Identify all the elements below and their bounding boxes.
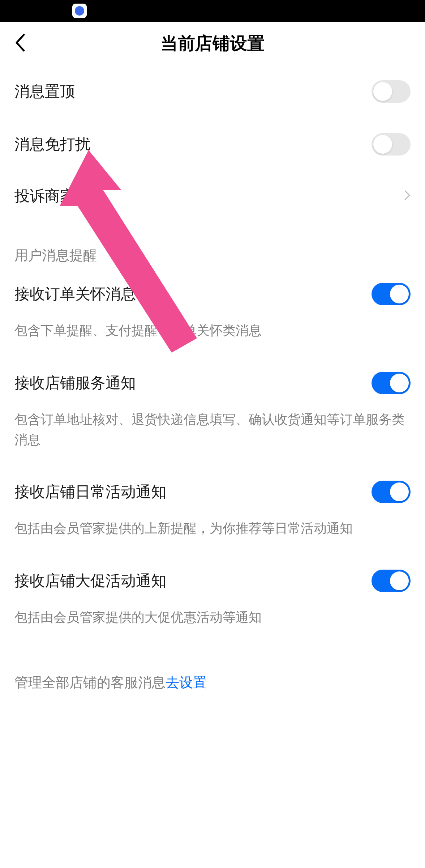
status-app-icon [72, 4, 87, 18]
desc-shop-service: 包含订单地址核对、退货快递信息填写、确认收货通知等订单服务类消息 [14, 409, 411, 466]
chevron-right-icon [404, 190, 411, 202]
status-bar [0, 0, 425, 22]
toggle-promo-activity[interactable] [372, 570, 411, 592]
footer-text: 管理全部店铺的客服消息 [14, 675, 166, 690]
back-button[interactable] [14, 33, 25, 54]
toggle-knob [390, 571, 409, 590]
header: 当前店铺设置 [0, 22, 425, 65]
row-complain-seller[interactable]: 投诉商家 [14, 171, 411, 221]
desc-daily-activity: 包括由会员管家提供的上新提醒，为你推荐等日常活动通知 [14, 518, 411, 554]
row-order-care: 接收订单关怀消息 [14, 268, 411, 320]
label-order-care: 接收订单关怀消息 [14, 284, 136, 304]
row-promo-activity: 接收店铺大促活动通知 [14, 554, 411, 607]
label-promo-activity: 接收店铺大促活动通知 [14, 571, 166, 591]
toggle-do-not-disturb[interactable] [372, 133, 411, 156]
chevron-left-icon [14, 33, 25, 52]
toggle-knob [390, 482, 409, 501]
toggle-knob [390, 374, 409, 392]
label-complain-seller: 投诉商家 [14, 186, 75, 206]
go-settings-link[interactable]: 去设置 [166, 675, 207, 690]
row-pin-messages: 消息置顶 [14, 65, 411, 118]
toggle-pin-messages[interactable] [372, 80, 411, 103]
toggle-knob [373, 82, 392, 101]
toggle-knob [373, 135, 392, 154]
toggle-shop-service[interactable] [372, 372, 411, 394]
desc-order-care: 包含下单提醒、支付提醒等订单关怀类消息 [14, 320, 411, 357]
label-shop-service: 接收店铺服务通知 [14, 373, 136, 393]
footer-manage-all-shops: 管理全部店铺的客服消息去设置 [14, 653, 411, 712]
label-do-not-disturb: 消息免打扰 [14, 134, 90, 154]
row-shop-service: 接收店铺服务通知 [14, 357, 411, 409]
desc-promo-activity: 包括由会员管家提供的大促优惠活动等通知 [14, 607, 411, 643]
content-area: 消息置顶 消息免打扰 投诉商家 用户消息提醒 接收订单关怀消息 包含下单提醒、支… [0, 65, 425, 712]
toggle-daily-activity[interactable] [372, 481, 411, 503]
toggle-order-care[interactable] [372, 283, 411, 305]
row-do-not-disturb: 消息免打扰 [14, 118, 411, 171]
row-daily-activity: 接收店铺日常活动通知 [14, 465, 411, 518]
label-pin-messages: 消息置顶 [14, 81, 75, 102]
label-daily-activity: 接收店铺日常活动通知 [14, 482, 166, 502]
section-user-message-reminder: 用户消息提醒 [14, 231, 411, 268]
toggle-knob [390, 285, 409, 303]
page-title: 当前店铺设置 [14, 32, 411, 55]
